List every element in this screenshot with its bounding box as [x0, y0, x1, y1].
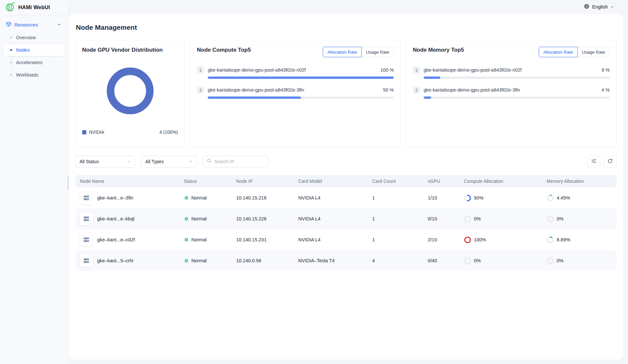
legend-swatch: [82, 130, 86, 134]
sidebar-nav: Resources Overview Nodes Accelerators: [0, 19, 68, 81]
allocation-ring: [547, 257, 554, 265]
allocation-rate-button[interactable]: Allocation Rate: [539, 47, 578, 57]
type-filter-select[interactable]: All Types: [141, 156, 197, 167]
chevron-down-icon: [610, 5, 614, 9]
rank-badge: 2: [197, 86, 204, 94]
table-header: Node NameStatusNode IPCard ModelCard Cou…: [75, 175, 617, 187]
top5-node-name: gke-kantaloupe-demo-gpu-pool-a843f02e-n0…: [208, 67, 306, 73]
search-icon: [207, 158, 212, 165]
sidebar-item-overview[interactable]: Overview: [3, 32, 65, 43]
progress-bar: [424, 96, 610, 99]
column-header: Card Count: [368, 179, 424, 184]
memory-rate-toggle: Allocation Rate Usage Rate: [539, 47, 610, 57]
cell-node-name: gke–kant...e–3fln: [75, 191, 180, 204]
cell-node-ip: 10.140.15.231: [232, 237, 294, 242]
node-icon: [80, 191, 93, 204]
compute-allocation-text: 0%: [474, 258, 481, 263]
column-header: Status: [180, 179, 232, 184]
progress-bar: [208, 77, 394, 79]
globe-icon: [584, 4, 589, 10]
allocation-rate-button[interactable]: Allocation Rate: [323, 47, 362, 57]
card-title: Node Memory Top5: [413, 47, 464, 53]
top5-node-name: gke-kantaloupe-demo-gpu-pool-a843f02e-3f…: [208, 87, 304, 93]
rank-badge: 1: [197, 66, 204, 74]
column-settings-button[interactable]: [587, 155, 600, 167]
table-row[interactable]: gke–kant...e–3flnNormal10.140.15.216NVID…: [75, 187, 617, 208]
allocation-ring: [464, 215, 471, 223]
sidebar-item-accelerators[interactable]: Accelerators: [3, 57, 65, 68]
table-row[interactable]: gke–kant...5–crhiNormal10.140.0.58NVIDIA…: [75, 250, 617, 271]
cell-compute-allocation: 100%: [460, 236, 543, 244]
status-text: Normal: [191, 216, 207, 221]
cell-node-name: gke–kant...e–n02f: [75, 233, 180, 246]
node-icon: [80, 233, 93, 246]
top5-node-name: gke-kantaloupe-demo-gpu-pool-a843f02e-3f…: [424, 87, 520, 93]
chevron-down-icon: [57, 23, 61, 26]
cell-node-ip: 10.140.15.226: [232, 216, 294, 221]
cell-card-model: NVIDIA L4: [294, 195, 368, 200]
language-label: English: [592, 4, 608, 9]
cell-status: Normal: [180, 237, 232, 242]
cell-status: Normal: [180, 195, 232, 200]
cell-status: Normal: [180, 258, 232, 263]
memory-allocation-text: 8.89%: [557, 237, 570, 242]
memory-allocation-text: 4.45%: [557, 195, 570, 200]
cell-vgpu: 1/10: [424, 195, 460, 200]
search-ip-input[interactable]: [214, 159, 264, 164]
compute-top5-card: Node Compute Top5 Allocation Rate Usage …: [190, 40, 401, 147]
cell-memory-allocation: 0%: [543, 215, 617, 223]
language-selector[interactable]: English: [584, 4, 614, 10]
top5-value: 100 %: [380, 67, 394, 73]
app-title: HAMi WebUI: [18, 5, 50, 10]
top5-node-name: gke-kantaloupe-demo-gpu-pool-a843f02e-n0…: [424, 67, 522, 73]
table-row[interactable]: gke–kant...e–n02fNormal10.140.15.231NVID…: [75, 229, 617, 250]
cell-card-count: 1: [368, 195, 424, 200]
top5-item: 2gke-kantaloupe-demo-gpu-pool-a843f02e-3…: [413, 86, 610, 99]
cell-node-name: gke–kant...e–kbql: [75, 212, 180, 225]
box-icon: [6, 21, 11, 28]
status-filter-select[interactable]: All Status: [75, 156, 135, 167]
vendor-donut-ring: [111, 71, 150, 111]
column-settings-icon: [591, 158, 597, 165]
cell-card-count: 1: [368, 216, 424, 221]
sidebar-item-workloads[interactable]: Workloads: [3, 69, 65, 81]
rank-badge: 1: [413, 66, 420, 74]
status-text: Normal: [191, 258, 207, 263]
cell-node-ip: 10.140.15.216: [232, 195, 294, 200]
allocation-ring: [547, 194, 554, 202]
allocation-ring: [547, 215, 554, 223]
cell-memory-allocation: 0%: [543, 257, 617, 265]
allocation-ring: [547, 236, 554, 244]
status-dot-icon: [184, 258, 189, 263]
sidebar-item-nodes[interactable]: Nodes: [3, 44, 65, 56]
cell-compute-allocation: 0%: [460, 215, 543, 223]
server-icon: [83, 257, 90, 264]
search-ip-box: [203, 156, 268, 167]
tree-dot: [10, 49, 12, 51]
column-header: Compute Allocation: [460, 179, 543, 184]
top5-value: 9 %: [602, 67, 610, 73]
node-name-text: gke–kant...e–n02f: [97, 237, 135, 242]
cell-memory-allocation: 4.45%: [543, 194, 617, 202]
cell-node-ip: 10.140.0.58: [232, 258, 294, 263]
column-header: Node Name: [75, 179, 180, 184]
usage-rate-button[interactable]: Usage Rate: [361, 47, 394, 57]
cell-compute-allocation: 50%: [460, 194, 543, 202]
memory-allocation-text: 0%: [557, 258, 564, 263]
refresh-button[interactable]: [603, 155, 617, 167]
rank-badge: 2: [413, 86, 420, 94]
node-icon: [80, 212, 93, 225]
legend-value: 4 (100%): [159, 130, 178, 135]
sidebar-section-label: Resources: [14, 22, 38, 27]
table-row[interactable]: gke–kant...e–kbqlNormal10.140.15.226NVID…: [75, 208, 617, 229]
usage-rate-button[interactable]: Usage Rate: [577, 47, 610, 57]
sidebar-item-label: Accelerators: [16, 60, 43, 65]
tree-dot: [10, 61, 12, 63]
summary-cards: Node GPU Vendor Distribution NVIDIA 4 (1…: [75, 40, 617, 147]
sidebar-item-resources[interactable]: Resources: [6, 19, 64, 30]
cell-node-name: gke–kant...5–crhi: [75, 254, 180, 267]
card-title: Node Compute Top5: [197, 47, 251, 53]
column-header: Node IP: [232, 179, 294, 184]
sidebar-item-label: Nodes: [16, 47, 30, 53]
allocation-ring: [464, 257, 471, 265]
